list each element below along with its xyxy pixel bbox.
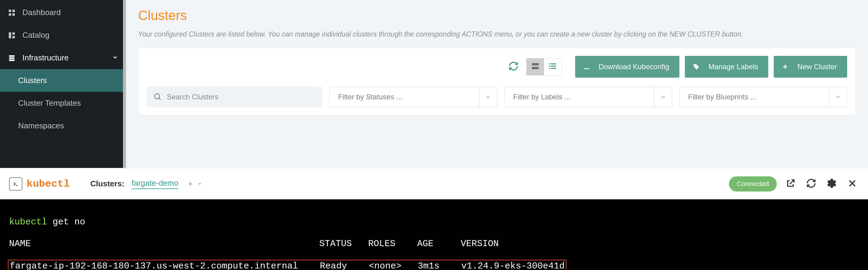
svg-rect-4 — [9, 32, 11, 38]
search-icon — [154, 93, 162, 101]
refresh-icon — [806, 178, 816, 190]
svg-point-17 — [549, 68, 550, 69]
svg-rect-0 — [9, 10, 11, 12]
svg-rect-5 — [12, 32, 15, 35]
sidebar-sub-namespaces[interactable]: Namespaces — [0, 114, 126, 137]
sidebar-item-label: Dashboard — [22, 8, 61, 17]
filter-labels-select[interactable]: Filter by Labels ... — [504, 87, 672, 107]
filter-status-select[interactable]: Filter by Statuses ... — [330, 87, 497, 107]
sidebar-item-catalog[interactable]: Catalog — [0, 24, 126, 46]
chevron-down-icon — [112, 53, 118, 63]
refresh-button[interactable] — [506, 60, 521, 74]
button-label: New Cluster — [797, 63, 837, 71]
svg-rect-9 — [9, 60, 14, 61]
svg-point-15 — [549, 64, 550, 64]
filter-placeholder: Filter by Labels ... — [513, 93, 570, 101]
kubectl-add-cluster-button[interactable]: + — [188, 179, 202, 189]
svg-rect-7 — [9, 55, 14, 57]
kubectl-bar: kubectl Clusters: fargate-demo + Connect… — [0, 168, 868, 199]
page-description: Your configured Clusters are listed belo… — [138, 29, 856, 40]
kubectl-cluster-name[interactable]: fargate-demo — [132, 178, 179, 189]
kubectl-brand: kubectl — [27, 178, 70, 190]
svg-line-21 — [159, 98, 161, 100]
gear-icon — [826, 178, 837, 190]
plus-icon: + — [188, 179, 192, 188]
terminal-command: get no — [53, 217, 85, 227]
view-toggle — [526, 58, 562, 75]
dashboard-icon — [8, 9, 16, 16]
close-icon — [847, 178, 857, 189]
sidebar-sub-cluster-templates[interactable]: Cluster Templates — [0, 92, 126, 114]
sidebar-item-label: Infrastructure — [22, 53, 69, 63]
terminal-header-row: NAME STATUS ROLES AGE VERSION — [9, 238, 859, 249]
kubectl-settings-button[interactable] — [825, 177, 838, 191]
kubectl-status-badge: Connected — [729, 176, 777, 192]
terminal-prompt: kubectl — [9, 217, 47, 227]
sidebar-item-dashboard[interactable]: Dashboard — [0, 1, 126, 24]
svg-rect-11 — [532, 67, 538, 69]
terminal-output[interactable]: kubectl get no NAME STATUS ROLES AGE VER… — [0, 199, 868, 270]
button-label: Download Kubeconfig — [599, 63, 670, 71]
view-toggle-list[interactable] — [544, 58, 562, 75]
search-clusters-input[interactable] — [147, 87, 322, 107]
infrastructure-icon — [8, 54, 16, 62]
tag-icon — [693, 63, 700, 70]
svg-point-16 — [549, 66, 550, 66]
refresh-icon — [508, 61, 519, 72]
svg-rect-1 — [12, 10, 15, 12]
catalog-icon — [8, 31, 16, 39]
chevron-down-icon — [829, 87, 841, 107]
svg-rect-10 — [532, 63, 538, 66]
clusters-card: Download Kubeconfig Manage Labels New Cl… — [138, 48, 856, 115]
svg-point-20 — [155, 94, 160, 98]
svg-rect-6 — [12, 36, 15, 38]
filter-placeholder: Filter by Statuses ... — [338, 93, 402, 101]
page-title: Clusters — [138, 8, 856, 23]
search-clusters-wrap — [147, 87, 322, 107]
svg-marker-23 — [198, 183, 201, 185]
open-external-button[interactable] — [784, 177, 797, 191]
chevron-down-icon — [479, 87, 491, 107]
new-cluster-button[interactable]: New Cluster — [774, 56, 847, 78]
svg-rect-2 — [9, 13, 11, 16]
main-content: Clusters Your configured Clusters are li… — [126, 0, 868, 168]
sidebar: Dashboard Catalog Infrastructure Cluster… — [0, 0, 126, 168]
manage-labels-button[interactable]: Manage Labels — [685, 56, 768, 78]
svg-rect-3 — [12, 13, 15, 16]
filter-placeholder: Filter by Blueprints ... — [688, 93, 756, 101]
chevron-down-icon — [654, 87, 666, 107]
sidebar-item-label: Catalog — [22, 31, 50, 40]
terminal-row-highlighted: fargate-ip-192-168-180-137.us-west-2.com… — [9, 260, 859, 270]
sidebar-sub-label: Clusters — [18, 76, 47, 85]
svg-rect-8 — [9, 57, 14, 59]
kubectl-refresh-button[interactable] — [805, 177, 818, 191]
button-label: Manage Labels — [708, 63, 758, 71]
terminal-icon — [9, 177, 22, 191]
caret-down-icon — [197, 179, 202, 188]
sidebar-item-infrastructure[interactable]: Infrastructure — [0, 46, 126, 69]
download-kubeconfig-button[interactable]: Download Kubeconfig — [575, 56, 680, 78]
kubectl-logo: kubectl — [9, 177, 70, 191]
filter-blueprints-select[interactable]: Filter by Blueprints ... — [679, 87, 847, 107]
sidebar-sub-label: Namespaces — [18, 121, 64, 130]
plus-icon — [781, 63, 789, 70]
rows-icon — [531, 62, 540, 72]
list-icon — [548, 62, 557, 72]
view-toggle-grid[interactable] — [526, 58, 544, 75]
kubectl-close-button[interactable] — [846, 177, 859, 191]
external-link-icon — [785, 178, 796, 190]
kubectl-clusters-label: Clusters: — [90, 179, 125, 189]
download-icon — [583, 63, 590, 70]
sidebar-sub-label: Cluster Templates — [18, 98, 81, 107]
sidebar-sub-clusters[interactable]: Clusters — [0, 69, 126, 92]
